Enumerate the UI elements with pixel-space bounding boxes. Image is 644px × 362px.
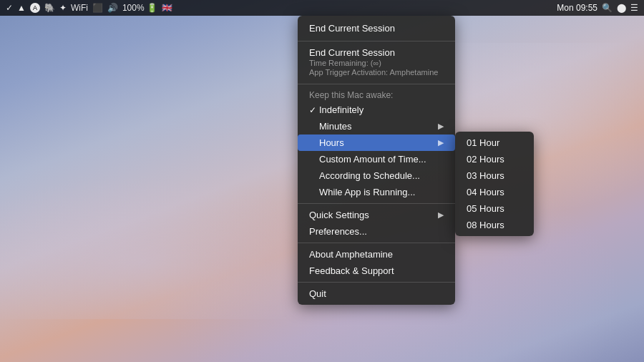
minutes-chevron-icon: ▶ [438, 122, 444, 131]
minutes-item[interactable]: ✓ Minutes ▶ [298, 118, 455, 134]
custom-amount-label: Custom Amount of Time... [319, 154, 426, 165]
feedback-item[interactable]: Feedback & Support [298, 263, 455, 279]
menubar-right: Mon 09:55 🔍 ⬤ ☰ [557, 3, 638, 13]
hours-label: Hours [319, 137, 344, 148]
hour-4-label: 04 Hours [467, 187, 504, 197]
end-session-quick-label: End Current Session [309, 23, 395, 34]
search-icon[interactable]: 🔍 [602, 3, 613, 13]
flag-uk-icon[interactable]: 🇬🇧 [162, 3, 172, 13]
hours-submenu: 01 Hour 02 Hours 03 Hours 04 Hours 05 Ho… [455, 132, 534, 236]
hour-1-item[interactable]: 01 Hour [455, 134, 534, 151]
siri-icon[interactable]: ⬤ [617, 3, 626, 13]
hours-inner: ✓ Hours [309, 137, 344, 148]
while-app-item[interactable]: ✓ While App is Running... [298, 184, 455, 200]
minutes-inner: ✓ Minutes [309, 121, 352, 132]
wifi-icon[interactable]: WiFi [71, 3, 88, 13]
app-trigger: App Trigger Activation: Amphetamine [309, 68, 444, 77]
bluetooth-icon[interactable]: ✦ [59, 3, 67, 13]
control-center-icon[interactable]: ☰ [630, 3, 638, 13]
time-remaining: Time Remaining: (∞) [309, 59, 444, 67]
about-label: About Amphetamine [309, 249, 393, 260]
bell-icon[interactable]: ▲ [17, 3, 26, 13]
according-schedule-label: According to Schedule... [319, 170, 420, 181]
hour-3-item[interactable]: 03 Hours [455, 167, 534, 184]
end-session-title: End Current Session [309, 47, 444, 58]
hour-5-item[interactable]: 05 Hours [455, 200, 534, 217]
while-app-label: While App is Running... [319, 187, 415, 197]
dropdown-menu: End Current Session End Current Session … [298, 16, 455, 305]
separator-4 [298, 243, 455, 243]
hour-5-label: 05 Hours [467, 203, 504, 214]
amphetamine-icon[interactable]: A [30, 3, 40, 13]
volume-icon[interactable]: 🔊 [107, 3, 118, 13]
separator-2 [298, 84, 455, 84]
quit-item[interactable]: Quit [298, 285, 455, 302]
quick-settings-chevron-icon: ▶ [438, 210, 444, 220]
indefinitely-inner: ✓ Indefinitely [309, 104, 364, 115]
evernote-icon[interactable]: 🐘 [44, 3, 55, 13]
cast-icon[interactable]: ⬛ [92, 3, 103, 13]
hour-1-label: 01 Hour [467, 137, 499, 148]
separator-1 [298, 41, 455, 41]
hours-item[interactable]: ✓ Hours ▶ 01 Hour 02 Hours 03 Hours 04 H… [298, 134, 455, 151]
quick-settings-label: Quick Settings [309, 210, 369, 220]
checkmark-circle-icon[interactable]: ✓ [6, 3, 13, 13]
quit-label: Quit [309, 288, 326, 299]
section-header: Keep this Mac awake: [298, 87, 455, 102]
checkmark-icon: ✓ [309, 105, 316, 115]
battery-icon[interactable]: 100% 🔋 [122, 3, 157, 13]
end-session-quick-item[interactable]: End Current Session [298, 19, 455, 38]
indefinitely-label: Indefinitely [319, 104, 364, 115]
separator-5 [298, 282, 455, 283]
hour-2-item[interactable]: 02 Hours [455, 151, 534, 167]
feedback-label: Feedback & Support [309, 265, 394, 276]
according-schedule-item[interactable]: ✓ According to Schedule... [298, 167, 455, 184]
minutes-label: Minutes [319, 121, 352, 132]
hour-4-item[interactable]: 04 Hours [455, 184, 534, 200]
menubar: ✓ ▲ A 🐘 ✦ WiFi ⬛ 🔊 100% 🔋 🇬🇧 Mon 09:55 🔍… [0, 0, 644, 16]
preferences-item[interactable]: Preferences... [298, 223, 455, 240]
hour-8-label: 08 Hours [467, 220, 504, 230]
separator-3 [298, 203, 455, 204]
hour-3-label: 03 Hours [467, 170, 504, 181]
about-item[interactable]: About Amphetamine [298, 246, 455, 263]
menubar-left: ✓ ▲ A 🐘 ✦ WiFi ⬛ 🔊 100% 🔋 🇬🇧 [6, 3, 172, 13]
hours-chevron-icon: ▶ [438, 138, 444, 147]
according-schedule-inner: ✓ According to Schedule... [309, 170, 420, 181]
hour-2-label: 02 Hours [467, 154, 504, 165]
quick-settings-item[interactable]: Quick Settings ▶ [298, 207, 455, 223]
indefinitely-item[interactable]: ✓ Indefinitely [298, 102, 455, 118]
menubar-time: Mon 09:55 [557, 3, 597, 13]
hour-8-item[interactable]: 08 Hours [455, 217, 534, 233]
custom-amount-item[interactable]: ✓ Custom Amount of Time... [298, 151, 455, 167]
preferences-label: Preferences... [309, 226, 367, 237]
while-app-inner: ✓ While App is Running... [309, 187, 415, 197]
end-session-block: End Current Session Time Remaining: (∞) … [298, 44, 455, 81]
custom-amount-inner: ✓ Custom Amount of Time... [309, 154, 426, 165]
